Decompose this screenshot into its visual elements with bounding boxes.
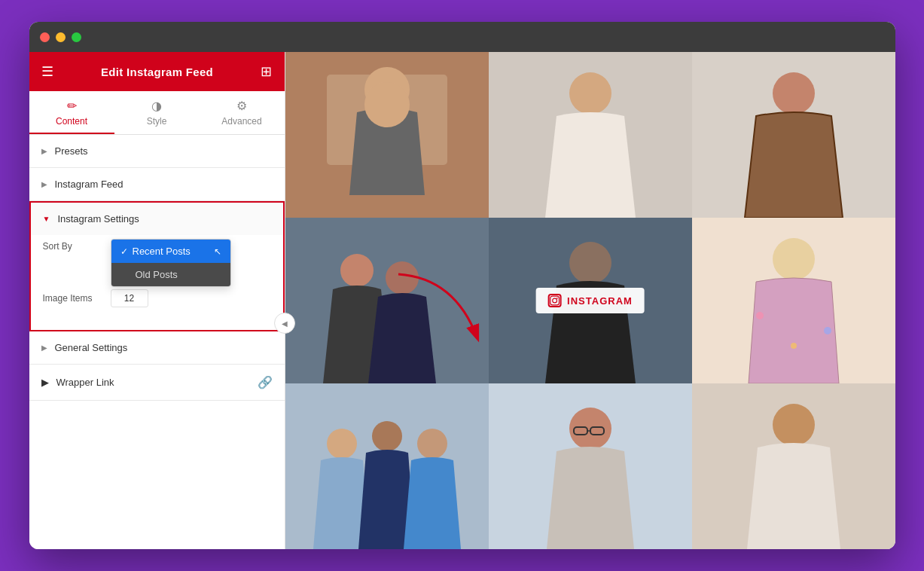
style-icon: ◑ xyxy=(151,99,162,113)
svg-point-24 xyxy=(372,421,402,451)
instagram-feed-label: Instagram Feed xyxy=(55,179,124,190)
photo-cell-2 xyxy=(489,52,692,218)
link-icon: 🔗 xyxy=(258,375,273,389)
photo-cell-4 xyxy=(285,218,489,383)
cursor-indicator: ↖ xyxy=(214,246,221,257)
general-settings-label: General Settings xyxy=(55,342,128,353)
photo-1-svg xyxy=(285,52,489,218)
option-old-posts[interactable]: Old Posts xyxy=(111,263,230,286)
instagram-badge: INSTAGRAM xyxy=(535,288,645,313)
recent-posts-option: Recent Posts xyxy=(133,246,191,257)
minimize-button[interactable] xyxy=(56,32,66,42)
maximize-button[interactable] xyxy=(72,32,81,42)
instagram-badge-text: INSTAGRAM xyxy=(567,295,633,307)
presets-section: ▶ Presets xyxy=(29,135,285,168)
tab-content-label: Content xyxy=(56,116,87,127)
sort-by-label: Sort By xyxy=(43,241,111,252)
sort-by-row: Sort By ✓ Recent Posts ↖ xyxy=(43,241,271,252)
photo-cell-8 xyxy=(489,383,692,549)
chevron-right-icon3: ▶ xyxy=(41,344,47,352)
traffic-lights xyxy=(40,32,81,42)
svg-point-15 xyxy=(552,298,557,303)
sort-by-dropdown[interactable]: ✓ Recent Posts ↖ Old Posts xyxy=(111,239,231,287)
photo-4-svg xyxy=(285,218,489,383)
photo-6-svg xyxy=(692,218,895,383)
photo-8-svg xyxy=(489,383,692,549)
instagram-settings-section: ▼ Instagram Settings Sort By ✓ xyxy=(29,201,285,331)
photo-7-svg xyxy=(285,383,489,549)
image-items-input[interactable] xyxy=(111,289,148,307)
sidebar-panels: ▶ Presets ▶ Instagram Feed ▼ Instagram S xyxy=(29,135,285,549)
image-items-value xyxy=(111,289,271,307)
instagram-settings-header[interactable]: ▼ Instagram Settings xyxy=(31,203,283,235)
gear-icon: ⚙ xyxy=(236,99,247,113)
svg-rect-4 xyxy=(364,82,410,127)
main-content: ☰ Edit Instagram Feed ⊞ ✏ Content ◑ Styl… xyxy=(29,52,895,549)
photo-9-svg xyxy=(692,383,895,549)
photo-cell-6 xyxy=(692,218,895,383)
general-settings-header[interactable]: ▶ General Settings xyxy=(29,331,285,364)
tab-advanced[interactable]: ⚙ Advanced xyxy=(200,91,285,134)
tab-style[interactable]: ◑ Style xyxy=(114,91,200,134)
svg-point-21 xyxy=(791,343,797,349)
photo-3-svg xyxy=(692,52,895,218)
svg-point-23 xyxy=(327,429,357,459)
chevron-right-icon: ▶ xyxy=(41,147,47,155)
svg-point-8 xyxy=(773,72,815,115)
photo-cell-7 xyxy=(285,383,489,549)
chevron-down-icon: ▼ xyxy=(43,215,50,223)
collapse-toggle[interactable]: ◀ xyxy=(274,313,295,334)
sidebar-title: Edit Instagram Feed xyxy=(101,66,213,78)
titlebar xyxy=(29,22,895,52)
pencil-icon: ✏ xyxy=(67,99,77,113)
chevron-right-icon2: ▶ xyxy=(41,180,47,188)
svg-point-32 xyxy=(773,404,815,446)
image-items-row: Image Items xyxy=(43,289,271,307)
photo-2-svg xyxy=(489,52,692,218)
wrapper-link-left: ▶ Wrapper Link xyxy=(41,377,114,388)
tab-content[interactable]: ✏ Content xyxy=(29,91,114,134)
wrapper-link-label: Wrapper Link xyxy=(56,377,114,388)
hamburger-icon[interactable]: ☰ xyxy=(41,63,53,80)
presets-label: Presets xyxy=(55,145,88,157)
checkmark-icon: ✓ xyxy=(120,246,128,257)
image-items-label: Image Items xyxy=(43,293,111,304)
photo-cell-1 xyxy=(285,52,489,218)
app-window: ☰ Edit Instagram Feed ⊞ ✏ Content ◑ Styl… xyxy=(29,22,895,549)
photo-cell-5: INSTAGRAM xyxy=(489,218,692,383)
close-button[interactable] xyxy=(40,32,50,42)
svg-point-19 xyxy=(756,312,764,319)
svg-point-6 xyxy=(569,72,611,115)
tab-style-label: Style xyxy=(147,116,167,127)
svg-point-16 xyxy=(556,298,557,299)
content-area: INSTAGRAM xyxy=(285,52,895,549)
svg-point-13 xyxy=(569,242,611,284)
general-settings-section: ▶ General Settings xyxy=(29,331,285,365)
option-recent-posts[interactable]: ✓ Recent Posts ↖ xyxy=(111,240,230,263)
svg-point-11 xyxy=(386,261,419,295)
tab-advanced-label: Advanced xyxy=(221,116,261,127)
svg-point-18 xyxy=(773,238,815,280)
instagram-feed-header[interactable]: ▶ Instagram Feed xyxy=(29,168,285,200)
photo-grid: INSTAGRAM xyxy=(285,52,895,549)
instagram-settings-label: Instagram Settings xyxy=(57,213,139,224)
svg-rect-14 xyxy=(550,296,559,305)
sidebar: ☰ Edit Instagram Feed ⊞ ✏ Content ◑ Styl… xyxy=(29,52,285,549)
settings-body: Sort By ✓ Recent Posts ↖ xyxy=(31,235,283,330)
svg-point-10 xyxy=(340,254,374,287)
instagram-feed-section: ▶ Instagram Feed xyxy=(29,168,285,201)
tabs-bar: ✏ Content ◑ Style ⚙ Advanced xyxy=(29,91,285,135)
old-posts-option: Old Posts xyxy=(136,269,178,280)
instagram-icon xyxy=(547,294,561,307)
photo-cell-3 xyxy=(692,52,895,218)
svg-point-25 xyxy=(417,429,447,459)
sidebar-header: ☰ Edit Instagram Feed ⊞ xyxy=(29,52,285,91)
wrapper-link-section: ▶ Wrapper Link 🔗 xyxy=(29,365,285,401)
presets-header[interactable]: ▶ Presets xyxy=(29,135,285,167)
grid-icon[interactable]: ⊞ xyxy=(261,63,272,80)
wrapper-link-header[interactable]: ▶ Wrapper Link 🔗 xyxy=(29,365,285,400)
chevron-right-icon4: ▶ xyxy=(41,377,49,388)
svg-point-20 xyxy=(824,327,831,334)
photo-cell-9 xyxy=(692,383,895,549)
